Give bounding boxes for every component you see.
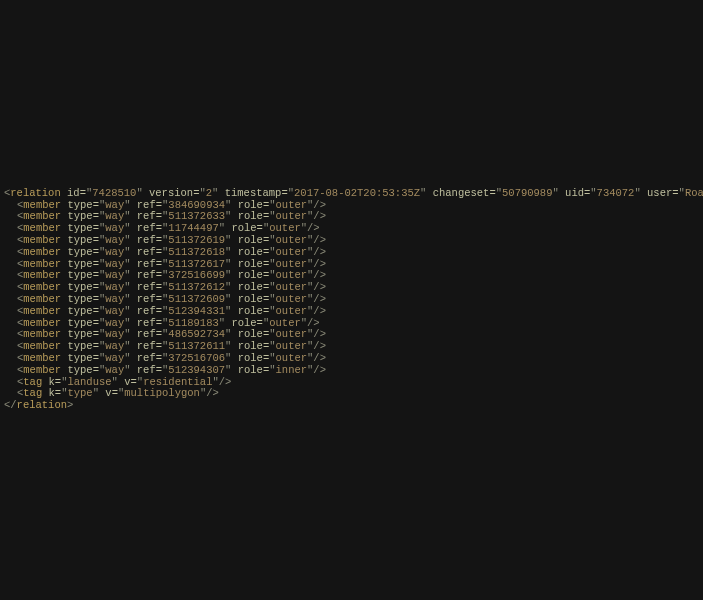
member-type: way bbox=[105, 246, 124, 258]
member-ref: 384690934 bbox=[168, 199, 225, 211]
member-role: outer bbox=[276, 281, 308, 293]
member-ref: 372516706 bbox=[168, 352, 225, 364]
member-role: outer bbox=[276, 199, 308, 211]
member-ref: 51189183 bbox=[168, 317, 218, 329]
member-type: way bbox=[105, 340, 124, 352]
member-type: way bbox=[105, 199, 124, 211]
member-ref: 511372611 bbox=[168, 340, 225, 352]
member-type: way bbox=[105, 269, 124, 281]
member-type: way bbox=[105, 210, 124, 222]
member-role: outer bbox=[276, 246, 308, 258]
tag-v: residential bbox=[143, 376, 212, 388]
tag-v: multipolygon bbox=[124, 387, 200, 399]
member-ref: 511372612 bbox=[168, 281, 225, 293]
member-role: outer bbox=[276, 305, 308, 317]
tag-k: landuse bbox=[67, 376, 111, 388]
member-ref: 511372617 bbox=[168, 258, 225, 270]
xml-code-block: <relation id="7428510" version="2" times… bbox=[4, 176, 703, 412]
member-type: way bbox=[105, 293, 124, 305]
member-ref: 511372609 bbox=[168, 293, 225, 305]
member-type: way bbox=[105, 317, 124, 329]
member-type: way bbox=[105, 305, 124, 317]
member-role: outer bbox=[276, 293, 308, 305]
relation-tag: relation bbox=[10, 187, 60, 199]
member-ref: 511372619 bbox=[168, 234, 225, 246]
member-role: outer bbox=[276, 340, 308, 352]
member-ref: 511372633 bbox=[168, 210, 225, 222]
member-type: way bbox=[105, 328, 124, 340]
member-type: way bbox=[105, 352, 124, 364]
member-ref: 486592734 bbox=[168, 328, 225, 340]
member-role: inner bbox=[276, 364, 308, 376]
member-type: way bbox=[105, 281, 124, 293]
relation-changeset: 50790989 bbox=[502, 187, 552, 199]
member-role: outer bbox=[276, 258, 308, 270]
member-role: outer bbox=[276, 234, 308, 246]
member-role: outer bbox=[276, 210, 308, 222]
relation-timestamp: 2017-08-02T20:53:35Z bbox=[294, 187, 420, 199]
member-type: way bbox=[105, 364, 124, 376]
member-role: outer bbox=[276, 352, 308, 364]
member-ref: 512394331 bbox=[168, 305, 225, 317]
member-type: way bbox=[105, 258, 124, 270]
member-ref: 372516699 bbox=[168, 269, 225, 281]
member-ref: 512394307 bbox=[168, 364, 225, 376]
member-role: outer bbox=[269, 222, 301, 234]
tag-k: type bbox=[67, 387, 92, 399]
member-type: way bbox=[105, 234, 124, 246]
relation-uid: 734072 bbox=[597, 187, 635, 199]
member-type: way bbox=[105, 222, 124, 234]
relation-id: 7428510 bbox=[92, 187, 136, 199]
member-role: outer bbox=[276, 328, 308, 340]
member-ref: 11744497 bbox=[168, 222, 218, 234]
relation-open-line: <relation id="7428510" version="2" times… bbox=[4, 187, 703, 199]
member-role: outer bbox=[269, 317, 301, 329]
relation-close-line: </relation> bbox=[4, 399, 73, 411]
member-ref: 511372618 bbox=[168, 246, 225, 258]
relation-user: Roadsguy bbox=[685, 187, 703, 199]
member-role: outer bbox=[276, 269, 308, 281]
